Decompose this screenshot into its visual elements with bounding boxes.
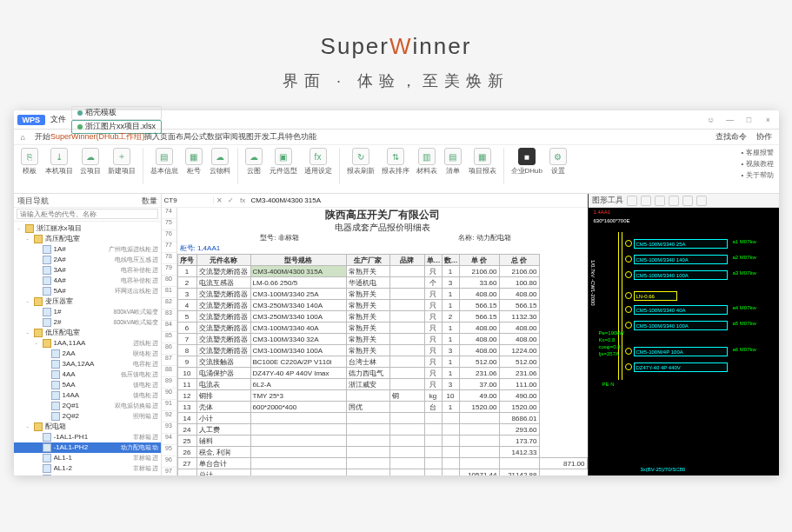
column-header[interactable]: 序号	[177, 255, 196, 266]
table-row[interactable]: 26税金, 利润1412.33	[177, 447, 587, 458]
menu-tab[interactable]: 开始	[35, 132, 50, 141]
coop-button[interactable]: 协作	[756, 131, 772, 143]
menu-tab[interactable]: 数据	[207, 132, 223, 141]
menu-tab[interactable]: 公式	[191, 132, 207, 141]
fx-accept-icon[interactable]: ✓	[228, 196, 234, 204]
table-row[interactable]: 10电涌保护器DZ47Y-40 4P 440V Imax德力西电气只1231.0…	[177, 368, 587, 379]
tree-node[interactable]: -1AL1-PH1非标箱 进	[14, 432, 161, 442]
cad-tool-icon[interactable]	[696, 196, 707, 206]
tree-node[interactable]: -1AA,11AA进线柜 进	[14, 338, 161, 349]
tree-node[interactable]: 3AA,12AA电容柜 进	[14, 359, 161, 369]
tree-node[interactable]: -变压器室	[14, 296, 161, 307]
maximize-button[interactable]: □	[742, 116, 756, 124]
tree-node[interactable]: 14AA馈电柜 进	[14, 390, 161, 401]
close-button[interactable]: ×	[762, 116, 775, 124]
ribbon-button[interactable]: ⚙设置	[548, 148, 569, 184]
ribbon-button[interactable]: ▤清单	[443, 148, 463, 184]
tree-node[interactable]: 4AA低压馈电柜 进	[14, 369, 161, 380]
table-row[interactable]: 总计10571.4421142.88	[177, 469, 587, 476]
ribbon-button[interactable]: ▣元件选型	[268, 148, 299, 184]
ribbon-link[interactable]: 视频教程	[741, 159, 773, 169]
table-row[interactable]: 11电流表6L2-A浙江威安只337.00111.00	[177, 379, 587, 390]
home-icon[interactable]: ⌂	[21, 133, 25, 142]
tree-node[interactable]: -低压配电室	[14, 328, 161, 338]
column-header[interactable]: 生产厂家	[346, 255, 389, 266]
ribbon-button[interactable]: ☁云项目	[78, 148, 103, 184]
tree-node[interactable]: -高压配电室	[14, 234, 161, 244]
menu-tab[interactable]: 视图	[238, 132, 254, 141]
formula-value[interactable]: CM3-400M/4300 315A	[249, 196, 588, 204]
table-row[interactable]: 1交流塑壳断路器CM3-400M/4300 315A常熟开关只12106.002…	[177, 266, 587, 277]
menu-tab[interactable]: 页面布局	[160, 132, 191, 141]
document-tab[interactable]: 稻壳模板	[71, 106, 162, 120]
tree-node[interactable]: 2Q#2照明箱 进	[14, 411, 161, 422]
tree-node[interactable]: -配电箱	[14, 422, 161, 432]
table-row[interactable]: 24人工费293.60	[177, 424, 587, 436]
cad-tool-icon[interactable]	[682, 196, 693, 206]
table-row[interactable]: 4交流塑壳断路器CM3-250M/3340 140A常熟开关只1566.1556…	[177, 300, 587, 311]
table-row[interactable]: 25辅料173.70	[177, 436, 587, 447]
table-row[interactable]: 7交流塑壳断路器CM3-100M/3340 32A常熟开关只1408.00408…	[177, 334, 587, 345]
file-menu[interactable]: 文件	[50, 114, 66, 125]
cad-tool-icon[interactable]	[655, 196, 665, 206]
ribbon-button[interactable]: ＋新建项目	[106, 148, 137, 184]
cad-tool-icon[interactable]	[641, 196, 651, 206]
tree-node[interactable]: 5A#环网送出线柜 进	[14, 286, 161, 296]
table-row[interactable]: 14小计8686.01	[177, 413, 587, 424]
ribbon-link[interactable]: 客服报警	[741, 148, 773, 157]
cad-tool-icon[interactable]	[669, 196, 679, 206]
cad-tool-icon[interactable]	[627, 196, 637, 206]
ribbon-button[interactable]: ▥材料表	[415, 148, 439, 184]
menu-tab[interactable]: 开发工具	[254, 132, 285, 141]
ribbon-button[interactable]: ▦项目报表	[467, 148, 498, 184]
column-header[interactable]: 总 价	[499, 255, 539, 266]
ribbon-button[interactable]: ☁云图	[243, 148, 264, 184]
column-header[interactable]: 型号规格	[250, 255, 346, 266]
tree-node[interactable]: 2A#电线电压互感 进	[14, 255, 161, 265]
fx-icon[interactable]: fx	[240, 196, 245, 204]
minimize-button[interactable]: —	[723, 116, 737, 124]
tree-node[interactable]: 2Q#1双电源切换箱 进	[14, 401, 161, 411]
ribbon-button[interactable]: ↻报表刷新	[345, 148, 376, 184]
table-row[interactable]: 6交流塑壳断路器CM3-100M/3340 40A常熟开关只1408.00408…	[177, 323, 587, 334]
ribbon-link[interactable]: 关于帮助	[741, 170, 773, 180]
tree-node[interactable]: 5AA馈电柜 进	[14, 380, 161, 390]
tree-node[interactable]: AL2-1非标箱 进	[14, 474, 161, 475]
ribbon-button[interactable]: ⤓本机项目	[43, 148, 75, 184]
column-header[interactable]: 单位	[424, 255, 442, 266]
tree-node[interactable]: -浙江丽水x项目	[14, 223, 161, 234]
name-box[interactable]: CT9	[162, 196, 214, 204]
column-header[interactable]: 单 价	[459, 255, 499, 266]
tree-node[interactable]: 3A#电容补偿柜 进	[14, 265, 161, 276]
ribbon-button[interactable]: ⎘模板	[19, 148, 40, 184]
menu-tab[interactable]: SuperWinner(DHub工作组)	[50, 132, 145, 141]
ribbon-button[interactable]: fx通用设定	[303, 148, 334, 184]
fx-reject-icon[interactable]: ✕	[216, 196, 223, 204]
ribbon-button[interactable]: ■企业DHub	[509, 148, 544, 184]
ribbon-button[interactable]: ⇅报表排序	[380, 148, 411, 184]
ribbon-button[interactable]: ▦柜号	[183, 148, 204, 184]
cad-canvas[interactable]: 1.4AA1 630*1600*700E 1/0.7kV -CW1-2000 P…	[589, 208, 779, 475]
table-row[interactable]: 5交流塑壳断路器CM3-250M/3340 100A常熟开关只2566.1511…	[177, 311, 587, 323]
ribbon-button[interactable]: ▤基本信息	[149, 148, 180, 184]
tree-node[interactable]: 1#800kVA欧式箱变	[14, 307, 161, 317]
table-row[interactable]: 12铜排TMY 25*3铜kg1049.00490.00	[177, 390, 587, 402]
table-row[interactable]: 2电流互感器LM-0.66 250/5华通机电个333.60100.80	[177, 277, 587, 289]
menu-tab[interactable]: 特色功能	[285, 132, 316, 141]
user-avatar-icon[interactable]: ☺	[704, 116, 718, 124]
tree-node[interactable]: 4A#电容补偿柜 进	[14, 276, 161, 286]
table-row[interactable]: 9交流接触器BC100E C220A/2P V110i台湾士林只1512.005…	[177, 356, 587, 368]
menu-tab[interactable]: 插入	[144, 132, 160, 141]
tree-node[interactable]: -1AL1-PH2动力配电箱 动	[14, 442, 161, 453]
table-row[interactable]: 8交流塑壳断路器CM3-100M/3340 100A常熟开关只3408.0012…	[177, 345, 587, 356]
search-command[interactable]: 查找命令	[715, 131, 747, 143]
column-header[interactable]: 数量	[442, 255, 459, 266]
grid[interactable]: 陕西高压开关厂有限公司 电器成套产品报价明细表 型号: 非标箱名称: 动力配电箱…	[177, 208, 588, 475]
ribbon-button[interactable]: ☁云物料	[208, 148, 232, 184]
tree-node[interactable]: AL1-1非标箱 进	[14, 453, 161, 463]
column-header[interactable]: 元件名称	[196, 255, 250, 266]
tree-node[interactable]: 2AA联络柜 进	[14, 349, 161, 359]
tree-node[interactable]: 1A#广州电源进线柜 进	[14, 244, 161, 255]
table-row[interactable]: 27单台合计871.00	[177, 458, 587, 469]
column-header[interactable]: 品牌	[389, 255, 424, 266]
